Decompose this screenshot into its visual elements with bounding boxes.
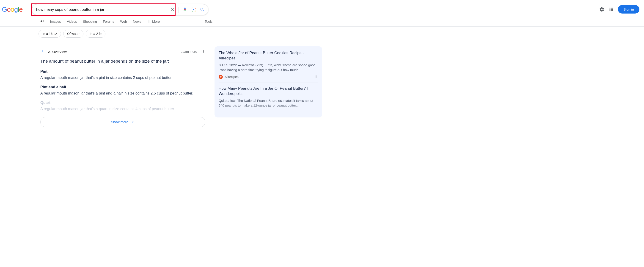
search-input[interactable] <box>32 7 170 12</box>
tab-forums[interactable]: Forums <box>103 20 114 26</box>
svg-point-0 <box>193 9 194 10</box>
chip-16oz[interactable]: In a 16 oz <box>38 30 61 38</box>
separator <box>178 7 179 13</box>
section-title-quart: Quart <box>40 101 205 105</box>
source-name: Allrecipes <box>224 75 238 79</box>
settings-icon[interactable] <box>599 7 604 12</box>
mic-icon[interactable] <box>182 7 188 12</box>
chevron-down-icon <box>131 120 135 124</box>
clear-icon[interactable] <box>170 7 175 12</box>
search-icon[interactable] <box>200 7 205 12</box>
source-title: How Many Peanuts Are In a Jar Of Peanut … <box>219 86 318 97</box>
more-vert-icon <box>147 20 151 24</box>
apps-icon[interactable] <box>609 7 614 12</box>
source-card[interactable]: The Whole Jar of Peanut Butter Cookies R… <box>219 51 318 83</box>
source-snippet: Quite a few! The National Peanut Board e… <box>219 98 318 108</box>
lens-icon[interactable] <box>191 7 196 12</box>
source-favicon: ar <box>219 75 223 79</box>
section-body-pint: A regular mouth mason jar that's a pint … <box>40 75 205 80</box>
signin-button[interactable]: Sign in <box>618 5 640 14</box>
more-label: More <box>152 20 160 24</box>
search-bar <box>32 4 208 15</box>
ai-summary: The amount of peanut butter in a jar dep… <box>40 58 205 64</box>
tabs-row: All Images Videos Shopping Forums Web Ne… <box>0 15 644 27</box>
tab-more[interactable]: More <box>147 20 160 26</box>
google-logo[interactable]: Google <box>2 4 23 13</box>
learn-more-link[interactable]: Learn more <box>180 50 197 54</box>
ai-overview-label: AI Overview <box>48 50 67 54</box>
tools-button[interactable]: Tools <box>205 20 212 26</box>
source-card[interactable]: How Many Peanuts Are In a Jar Of Peanut … <box>219 86 318 114</box>
section-title-pint: Pint <box>40 69 205 74</box>
show-more-button[interactable]: Show more <box>40 117 205 127</box>
tab-videos[interactable]: Videos <box>67 20 77 26</box>
chip-2lb[interactable]: In a 2 lb <box>86 30 106 38</box>
ai-menu-icon[interactable] <box>201 50 205 54</box>
source-menu-icon[interactable] <box>314 74 318 79</box>
tab-news[interactable]: News <box>133 20 141 26</box>
sparkle-icon <box>40 49 46 54</box>
show-more-label: Show more <box>111 120 128 124</box>
section-title-pint-half: Pint and a half <box>40 85 205 89</box>
sources-panel: The Whole Jar of Peanut Butter Cookies R… <box>214 46 322 117</box>
section-body-pint-half: A regular mouth mason jar that's a pint … <box>40 91 205 96</box>
chip-water[interactable]: Of water <box>63 30 84 38</box>
chips-row: In a 16 oz Of water In a 2 lb <box>0 27 644 38</box>
tab-shopping[interactable]: Shopping <box>83 20 97 26</box>
tab-all[interactable]: All <box>40 19 44 26</box>
section-body-quart: A regular mouth mason jar that's a quart… <box>40 106 205 112</box>
tab-web[interactable]: Web <box>120 20 127 26</box>
tab-images[interactable]: Images <box>50 20 61 26</box>
source-title: The Whole Jar of Peanut Butter Cookies R… <box>219 51 318 61</box>
source-snippet: Jul 14, 2022 — Reviews (723) ... Oh, wow… <box>219 63 318 73</box>
